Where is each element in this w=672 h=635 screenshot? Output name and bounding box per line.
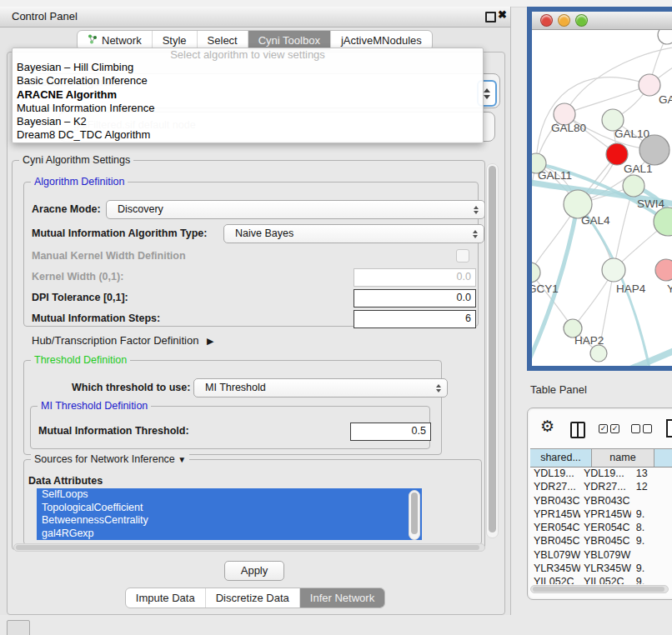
manual-kernel-checkbox[interactable] xyxy=(456,249,469,262)
split-columns-icon[interactable] xyxy=(570,422,585,438)
collapsed-arrow-icon: ▶ xyxy=(207,336,213,346)
close-window-icon[interactable] xyxy=(540,14,553,27)
expanded-arrow-icon: ▼ xyxy=(178,455,186,464)
table-row[interactable]: YIL052CYIL052C9. xyxy=(530,575,672,584)
data-attributes-list[interactable]: SelfLoopsTopologicalCoefficientBetweenne… xyxy=(37,488,422,540)
algorithm-dropdown-list[interactable]: Select algorithm to view settings Bayesi… xyxy=(12,48,484,143)
scrollbar-thumb[interactable] xyxy=(16,545,479,550)
scrollbar-thumb[interactable] xyxy=(533,587,664,592)
panel-icon[interactable] xyxy=(666,419,672,438)
table-cell: YPR145W xyxy=(580,508,631,521)
algorithm-option-mutual-information-inference[interactable]: Mutual Information Inference xyxy=(13,102,483,115)
unchecked-box-icon[interactable] xyxy=(631,424,640,433)
column-header-extra[interactable] xyxy=(654,449,672,467)
table-row[interactable]: YLR345WYLR345W9. xyxy=(530,562,672,575)
tab-discretize-data[interactable]: Discretize Data xyxy=(205,588,299,608)
list-item-betweennesscentrality[interactable]: BetweennessCentrality xyxy=(37,514,422,528)
table-horizontal-scrollbar[interactable] xyxy=(530,585,669,593)
algorithm-option-bayesian-k2[interactable]: Bayesian – K2 xyxy=(13,115,483,128)
zoom-window-icon[interactable] xyxy=(575,14,588,27)
mi-steps-field[interactable]: 6 xyxy=(354,310,476,328)
algorithm-dropdown-prompt: Select algorithm to view settings xyxy=(13,48,483,61)
mi-threshold-group-title: MI Threshold Definition xyxy=(38,400,151,412)
table-row[interactable]: YER054CYER054C8. xyxy=(530,521,672,534)
tab-label: jActiveMNodules xyxy=(341,34,422,47)
network-edge xyxy=(536,78,649,163)
application-root: Control Panel ✖ NetworkStyleSelectCyni T… xyxy=(0,0,672,635)
algorithm-option-basic-correlation-inference[interactable]: Basic Correlation Inference xyxy=(13,74,483,88)
list-item-gal4rgexp[interactable]: gal4RGexp xyxy=(37,528,422,541)
table-row[interactable]: YBL079WYBL079W xyxy=(530,548,672,562)
scrollbar-thumb[interactable] xyxy=(489,166,496,532)
list-item-topologicalcoefficient[interactable]: TopologicalCoefficient xyxy=(37,502,422,515)
gear-icon[interactable]: ⚙ xyxy=(540,418,554,434)
collapsed-panel-icon[interactable] xyxy=(7,620,30,635)
table-cell: 9. xyxy=(631,562,672,575)
network-window-titlebar[interactable] xyxy=(532,12,672,30)
network-canvas[interactable]: GALGAL80GAL10GAL1GAL11SWI4GAL4GCY1HAP4YH… xyxy=(532,30,672,366)
table-cell: YDL19... xyxy=(530,467,580,480)
settings-vertical-scrollbar[interactable] xyxy=(486,163,499,538)
scrollbar-thumb[interactable] xyxy=(411,492,418,534)
unchecked-box-icon[interactable] xyxy=(643,424,652,433)
table-row[interactable]: YDR27...YDR27...12 xyxy=(530,480,672,493)
minimize-window-icon[interactable] xyxy=(558,14,570,27)
table-cell: YLR345W xyxy=(580,562,631,575)
network-node[interactable] xyxy=(655,259,672,281)
settings-horizontal-scrollbar[interactable] xyxy=(13,543,485,552)
dpi-tolerance-label: DPI Tolerance [0,1]: xyxy=(32,292,128,303)
checked-box-icon[interactable]: ✓ xyxy=(599,424,608,433)
sources-group-title[interactable]: Sources for Network Inference ▼ xyxy=(31,453,189,465)
network-node[interactable] xyxy=(532,262,540,282)
node-label-gal10: GAL10 xyxy=(614,128,649,140)
mi-type-combobox[interactable]: Naive Bayes xyxy=(223,224,484,243)
network-edge xyxy=(564,85,649,114)
table-cell: 12 xyxy=(631,480,672,493)
tab-label: Impute Data xyxy=(136,592,195,604)
hub-definition-toggle[interactable]: Hub/Transcription Factor Definition ▶ xyxy=(32,334,213,347)
tab-infer-network[interactable]: Infer Network xyxy=(299,588,384,608)
table-cell: YER054C xyxy=(530,521,580,534)
table-cell: YBL079W xyxy=(530,548,580,562)
attributes-list-scrollbar[interactable] xyxy=(409,490,420,540)
table-row[interactable]: YBR043CYBR043C xyxy=(530,494,672,508)
table-row[interactable]: YPR145WYPR145W9. xyxy=(530,508,672,521)
threshold-definition-title: Threshold Definition xyxy=(31,354,130,366)
which-threshold-combobox[interactable]: MI Threshold xyxy=(193,378,448,398)
list-item-selfloops[interactable]: SelfLoops xyxy=(37,488,422,502)
which-threshold-value: MI Threshold xyxy=(205,382,266,393)
network-node[interactable] xyxy=(623,175,644,197)
float-panel-icon[interactable] xyxy=(485,12,496,22)
algorithm-option-bayesian-hill-climbing[interactable]: Bayesian – Hill Climbing xyxy=(13,61,483,74)
mi-threshold-field[interactable]: 0.5 xyxy=(350,422,431,441)
aracne-mode-value: Discovery xyxy=(118,203,163,215)
algorithm-option-dream8-dc-tdc-algorithm[interactable]: Dream8 DC_TDC Algorithm xyxy=(13,128,483,142)
dpi-tolerance-field[interactable]: 0.0 xyxy=(354,289,476,308)
column-header-shared[interactable]: shared... xyxy=(530,449,592,467)
node-label-gal4: GAL4 xyxy=(581,214,610,227)
mi-type-label: Mutual Information Algorithm Type: xyxy=(32,228,207,239)
network-node[interactable] xyxy=(658,30,672,44)
table-cell xyxy=(631,494,672,508)
checked-box-icon[interactable]: ✓ xyxy=(610,424,619,433)
combobox-arrows-icon xyxy=(473,230,478,238)
column-header-name[interactable]: name xyxy=(592,449,654,467)
table-panel-title: Table Panel xyxy=(530,383,587,396)
network-graph[interactable]: GALGAL80GAL10GAL1GAL11SWI4GAL4GCY1HAP4YH… xyxy=(532,30,672,366)
network-edge-highlighted xyxy=(612,345,672,366)
network-node[interactable] xyxy=(639,74,660,96)
settings-group-title: Cyni Algorithm Settings xyxy=(19,154,133,166)
network-node[interactable] xyxy=(590,345,607,362)
aracne-mode-combobox[interactable]: Discovery xyxy=(106,200,485,219)
table-body: YDL19...YDL19...13YDR27...YDR27...12YBR0… xyxy=(530,467,672,584)
network-node[interactable] xyxy=(602,258,625,282)
table-row[interactable]: YBR045CYBR045C9. xyxy=(530,534,672,548)
close-icon[interactable]: ✖ xyxy=(498,8,507,21)
tab-impute-data[interactable]: Impute Data xyxy=(126,588,205,608)
algorithm-definition-title: Algorithm Definition xyxy=(31,176,128,188)
algorithm-option-aracne-algorithm[interactable]: ARACNE Algorithm xyxy=(13,88,483,102)
kernel-width-field[interactable]: 0.0 xyxy=(354,268,476,287)
table-cell: YPR145W xyxy=(530,508,580,521)
apply-button[interactable]: Apply xyxy=(224,561,284,581)
table-row[interactable]: YDL19...YDL19...13 xyxy=(530,467,672,480)
